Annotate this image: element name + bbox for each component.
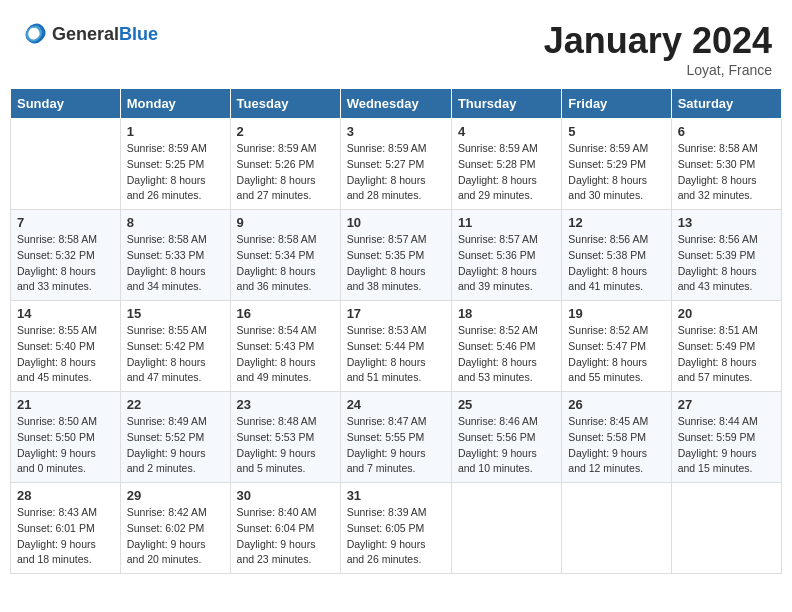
day-number: 12 [568,215,664,230]
day-cell: 22Sunrise: 8:49 AMSunset: 5:52 PMDayligh… [120,392,230,483]
day-number: 3 [347,124,445,139]
day-info: Sunrise: 8:49 AMSunset: 5:52 PMDaylight:… [127,414,224,477]
day-info: Sunrise: 8:53 AMSunset: 5:44 PMDaylight:… [347,323,445,386]
logo: GeneralBlue [20,20,158,48]
day-number: 22 [127,397,224,412]
day-number: 20 [678,306,775,321]
title-area: January 2024 Loyat, France [544,20,772,78]
week-row-4: 21Sunrise: 8:50 AMSunset: 5:50 PMDayligh… [11,392,782,483]
day-number: 13 [678,215,775,230]
day-info: Sunrise: 8:58 AMSunset: 5:34 PMDaylight:… [237,232,334,295]
day-info: Sunrise: 8:58 AMSunset: 5:33 PMDaylight:… [127,232,224,295]
day-info: Sunrise: 8:59 AMSunset: 5:27 PMDaylight:… [347,141,445,204]
day-number: 16 [237,306,334,321]
day-cell: 30Sunrise: 8:40 AMSunset: 6:04 PMDayligh… [230,483,340,574]
day-number: 26 [568,397,664,412]
day-number: 27 [678,397,775,412]
day-header-sunday: Sunday [11,89,121,119]
day-cell: 26Sunrise: 8:45 AMSunset: 5:58 PMDayligh… [562,392,671,483]
day-info: Sunrise: 8:58 AMSunset: 5:30 PMDaylight:… [678,141,775,204]
header: GeneralBlue January 2024 Loyat, France [10,10,782,83]
day-number: 23 [237,397,334,412]
day-number: 14 [17,306,114,321]
day-cell: 25Sunrise: 8:46 AMSunset: 5:56 PMDayligh… [451,392,561,483]
day-number: 29 [127,488,224,503]
day-info: Sunrise: 8:43 AMSunset: 6:01 PMDaylight:… [17,505,114,568]
day-cell: 8Sunrise: 8:58 AMSunset: 5:33 PMDaylight… [120,210,230,301]
day-number: 17 [347,306,445,321]
week-row-1: 1Sunrise: 8:59 AMSunset: 5:25 PMDaylight… [11,119,782,210]
day-cell [451,483,561,574]
day-number: 31 [347,488,445,503]
day-cell: 23Sunrise: 8:48 AMSunset: 5:53 PMDayligh… [230,392,340,483]
day-cell [562,483,671,574]
day-number: 21 [17,397,114,412]
day-info: Sunrise: 8:52 AMSunset: 5:46 PMDaylight:… [458,323,555,386]
days-header-row: SundayMondayTuesdayWednesdayThursdayFrid… [11,89,782,119]
day-cell [671,483,781,574]
day-info: Sunrise: 8:48 AMSunset: 5:53 PMDaylight:… [237,414,334,477]
day-cell: 16Sunrise: 8:54 AMSunset: 5:43 PMDayligh… [230,301,340,392]
day-number: 6 [678,124,775,139]
day-cell: 14Sunrise: 8:55 AMSunset: 5:40 PMDayligh… [11,301,121,392]
day-cell: 19Sunrise: 8:52 AMSunset: 5:47 PMDayligh… [562,301,671,392]
day-info: Sunrise: 8:56 AMSunset: 5:39 PMDaylight:… [678,232,775,295]
day-cell: 7Sunrise: 8:58 AMSunset: 5:32 PMDaylight… [11,210,121,301]
day-number: 11 [458,215,555,230]
day-number: 24 [347,397,445,412]
day-info: Sunrise: 8:57 AMSunset: 5:36 PMDaylight:… [458,232,555,295]
day-header-friday: Friday [562,89,671,119]
day-cell: 5Sunrise: 8:59 AMSunset: 5:29 PMDaylight… [562,119,671,210]
day-info: Sunrise: 8:44 AMSunset: 5:59 PMDaylight:… [678,414,775,477]
day-cell: 6Sunrise: 8:58 AMSunset: 5:30 PMDaylight… [671,119,781,210]
week-row-3: 14Sunrise: 8:55 AMSunset: 5:40 PMDayligh… [11,301,782,392]
day-cell: 27Sunrise: 8:44 AMSunset: 5:59 PMDayligh… [671,392,781,483]
day-info: Sunrise: 8:40 AMSunset: 6:04 PMDaylight:… [237,505,334,568]
day-number: 10 [347,215,445,230]
day-number: 7 [17,215,114,230]
location: Loyat, France [544,62,772,78]
day-cell: 1Sunrise: 8:59 AMSunset: 5:25 PMDaylight… [120,119,230,210]
logo-icon [20,20,48,48]
day-cell: 13Sunrise: 8:56 AMSunset: 5:39 PMDayligh… [671,210,781,301]
day-info: Sunrise: 8:51 AMSunset: 5:49 PMDaylight:… [678,323,775,386]
day-number: 18 [458,306,555,321]
day-cell: 12Sunrise: 8:56 AMSunset: 5:38 PMDayligh… [562,210,671,301]
day-info: Sunrise: 8:50 AMSunset: 5:50 PMDaylight:… [17,414,114,477]
day-info: Sunrise: 8:42 AMSunset: 6:02 PMDaylight:… [127,505,224,568]
day-cell: 21Sunrise: 8:50 AMSunset: 5:50 PMDayligh… [11,392,121,483]
day-cell: 29Sunrise: 8:42 AMSunset: 6:02 PMDayligh… [120,483,230,574]
day-cell: 3Sunrise: 8:59 AMSunset: 5:27 PMDaylight… [340,119,451,210]
day-cell: 11Sunrise: 8:57 AMSunset: 5:36 PMDayligh… [451,210,561,301]
day-header-saturday: Saturday [671,89,781,119]
day-info: Sunrise: 8:59 AMSunset: 5:28 PMDaylight:… [458,141,555,204]
day-cell: 28Sunrise: 8:43 AMSunset: 6:01 PMDayligh… [11,483,121,574]
day-cell: 17Sunrise: 8:53 AMSunset: 5:44 PMDayligh… [340,301,451,392]
day-info: Sunrise: 8:54 AMSunset: 5:43 PMDaylight:… [237,323,334,386]
day-header-wednesday: Wednesday [340,89,451,119]
day-cell: 15Sunrise: 8:55 AMSunset: 5:42 PMDayligh… [120,301,230,392]
logo-text-blue: Blue [119,24,158,44]
calendar-table: SundayMondayTuesdayWednesdayThursdayFrid… [10,88,782,574]
day-cell: 9Sunrise: 8:58 AMSunset: 5:34 PMDaylight… [230,210,340,301]
day-cell: 10Sunrise: 8:57 AMSunset: 5:35 PMDayligh… [340,210,451,301]
day-number: 15 [127,306,224,321]
day-number: 9 [237,215,334,230]
day-info: Sunrise: 8:46 AMSunset: 5:56 PMDaylight:… [458,414,555,477]
day-cell: 4Sunrise: 8:59 AMSunset: 5:28 PMDaylight… [451,119,561,210]
day-info: Sunrise: 8:47 AMSunset: 5:55 PMDaylight:… [347,414,445,477]
day-cell: 20Sunrise: 8:51 AMSunset: 5:49 PMDayligh… [671,301,781,392]
day-number: 2 [237,124,334,139]
day-number: 4 [458,124,555,139]
day-number: 30 [237,488,334,503]
day-info: Sunrise: 8:39 AMSunset: 6:05 PMDaylight:… [347,505,445,568]
day-cell: 2Sunrise: 8:59 AMSunset: 5:26 PMDaylight… [230,119,340,210]
day-info: Sunrise: 8:59 AMSunset: 5:26 PMDaylight:… [237,141,334,204]
month-title: January 2024 [544,20,772,62]
day-number: 5 [568,124,664,139]
day-info: Sunrise: 8:56 AMSunset: 5:38 PMDaylight:… [568,232,664,295]
day-info: Sunrise: 8:52 AMSunset: 5:47 PMDaylight:… [568,323,664,386]
day-number: 8 [127,215,224,230]
day-cell [11,119,121,210]
day-number: 1 [127,124,224,139]
